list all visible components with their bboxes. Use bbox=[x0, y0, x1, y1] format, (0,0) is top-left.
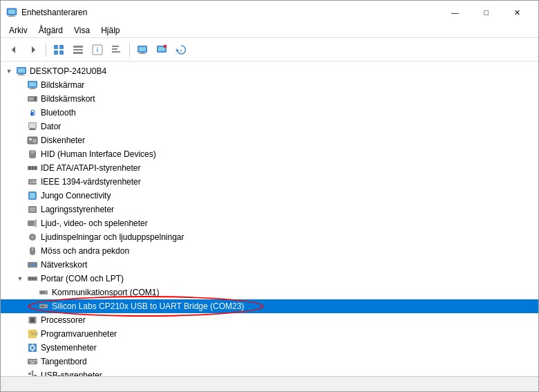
tree-item-5[interactable]: HID (Human Interface Devices) bbox=[1, 147, 538, 161]
label-19: USB-styrenheter bbox=[41, 368, 102, 376]
icon-3 bbox=[27, 121, 38, 132]
svg-rect-50 bbox=[35, 167, 36, 169]
icon-14 bbox=[27, 273, 38, 284]
svg-rect-26 bbox=[18, 68, 25, 73]
icon-7: 1394 bbox=[27, 176, 38, 187]
tree-subitem-14-0[interactable]: Kommunikationsport (COM1) bbox=[1, 286, 538, 299]
tree-subitem-14-1[interactable]: Silicon Labs CP210x USB to UART Bridge (… bbox=[1, 299, 538, 313]
minimize-button[interactable]: — bbox=[439, 5, 471, 20]
tree-item-15[interactable]: Processorer bbox=[1, 313, 538, 327]
label-17: Systemenheter bbox=[41, 341, 97, 355]
icon-18 bbox=[27, 356, 38, 367]
icon-15 bbox=[27, 315, 38, 326]
menu-arkiv[interactable]: Arkiv bbox=[3, 24, 33, 37]
tree-item-2[interactable]: ⬧B Bluetooth bbox=[1, 106, 538, 120]
label-18: Tangentbord bbox=[41, 355, 87, 368]
svg-text:i: i bbox=[97, 46, 99, 53]
svg-text:B: B bbox=[30, 109, 35, 117]
close-button[interactable]: ✕ bbox=[502, 5, 533, 20]
scan-changes-button[interactable] bbox=[172, 41, 190, 58]
svg-rect-67 bbox=[32, 263, 33, 266]
tree-item-19[interactable]: USB-styrenheter bbox=[1, 368, 538, 376]
icon-12 bbox=[27, 245, 38, 256]
svg-rect-1 bbox=[8, 10, 15, 14]
status-bar bbox=[1, 376, 538, 391]
forward-button[interactable] bbox=[24, 41, 42, 58]
icon-16: SW bbox=[27, 328, 38, 339]
expand-btn-14[interactable] bbox=[15, 273, 26, 284]
tree-item-10[interactable]: Ljud-, video- och spelenheter bbox=[1, 216, 538, 230]
menu-bar: Arkiv Åtgärd Visa Hjälp bbox=[1, 23, 538, 38]
tree-item-12[interactable]: Möss och andra pekdon bbox=[1, 244, 538, 258]
icon-9 bbox=[27, 204, 38, 215]
monitor-button[interactable] bbox=[133, 41, 151, 58]
device-tree[interactable]: DESKTOP-242U0B4 Bildskärmar Bildskärmsko… bbox=[1, 62, 538, 376]
tree-item-13[interactable]: Nätverkskort bbox=[1, 258, 538, 272]
svg-rect-5 bbox=[59, 45, 64, 49]
label-2: Bluetooth bbox=[41, 106, 76, 120]
svg-text:SW: SW bbox=[30, 331, 38, 336]
svg-rect-35 bbox=[35, 97, 36, 101]
svg-marker-24 bbox=[176, 48, 179, 51]
main-area: DESKTOP-242U0B4 Bildskärmar Bildskärmsko… bbox=[1, 62, 538, 376]
tree-item-0[interactable]: Bildskärmar bbox=[1, 78, 538, 92]
svg-rect-31 bbox=[30, 88, 35, 88]
label-11: Ljudinspelningar och ljuduppspelningar bbox=[41, 230, 185, 244]
icon-0 bbox=[27, 80, 38, 91]
tree-item-8[interactable]: Jungo Connectivity bbox=[1, 189, 538, 203]
svg-rect-77 bbox=[41, 306, 42, 307]
back-button[interactable] bbox=[5, 41, 23, 58]
toolbar-sep-1 bbox=[46, 43, 46, 57]
svg-rect-39 bbox=[29, 123, 36, 128]
tree-root[interactable]: DESKTOP-242U0B4 bbox=[1, 64, 538, 78]
label-9: Lagringsstyrenheter bbox=[41, 203, 114, 216]
label-14: Portar (COM och LPT) bbox=[41, 272, 124, 286]
icon-10 bbox=[27, 218, 38, 229]
svg-rect-78 bbox=[43, 306, 44, 307]
resources-button[interactable] bbox=[108, 41, 126, 58]
remove-device-button[interactable] bbox=[153, 41, 171, 58]
menu-hjalp[interactable]: Hjälp bbox=[95, 24, 125, 37]
svg-rect-97 bbox=[33, 360, 35, 362]
svg-text:1394: 1394 bbox=[30, 180, 38, 184]
view-type-button[interactable] bbox=[50, 41, 68, 58]
title-bar: Enhetshanteraren — □ ✕ bbox=[1, 1, 538, 23]
tree-item-18[interactable]: Tangentbord bbox=[1, 355, 538, 368]
svg-rect-30 bbox=[29, 82, 36, 86]
tree-item-3[interactable]: Dator bbox=[1, 120, 538, 133]
icon-5 bbox=[27, 149, 38, 160]
svg-rect-70 bbox=[29, 278, 31, 279]
svg-point-62 bbox=[31, 236, 34, 239]
tree-item-17[interactable]: Systemenheter bbox=[1, 341, 538, 355]
maximize-button[interactable]: □ bbox=[471, 5, 502, 20]
tree-item-7[interactable]: 1394 IEEE 1394-värdstyrenheter bbox=[1, 175, 538, 189]
label-13: Nätverkskort bbox=[41, 258, 87, 272]
tree-item-14[interactable]: Portar (COM och LPT) bbox=[1, 272, 538, 286]
tree-item-11[interactable]: Ljudinspelningar och ljuduppspelningar bbox=[1, 230, 538, 244]
svg-rect-95 bbox=[29, 360, 30, 362]
menu-atgard[interactable]: Åtgärd bbox=[33, 24, 68, 37]
svg-rect-49 bbox=[32, 167, 33, 169]
tree-item-6[interactable]: IDE ATA/ATAPI-styrenheter bbox=[1, 161, 538, 175]
svg-rect-93 bbox=[32, 351, 33, 352]
svg-rect-2 bbox=[10, 15, 14, 16]
svg-rect-4 bbox=[54, 45, 58, 49]
svg-rect-41 bbox=[29, 129, 36, 130]
svg-rect-74 bbox=[41, 292, 42, 293]
tree-item-1[interactable]: Bildskärmskort bbox=[1, 92, 538, 106]
tree-item-4[interactable]: Diskenheter bbox=[1, 133, 538, 147]
tree-item-9[interactable]: Lagringsstyrenheter bbox=[1, 203, 538, 216]
view-connection-button[interactable] bbox=[69, 41, 87, 58]
menu-visa[interactable]: Visa bbox=[68, 24, 95, 37]
svg-rect-13 bbox=[112, 46, 119, 47]
svg-rect-14 bbox=[112, 48, 117, 50]
svg-rect-102 bbox=[34, 375, 37, 376]
svg-rect-94 bbox=[28, 359, 37, 364]
svg-rect-27 bbox=[19, 74, 23, 75]
icon-11 bbox=[27, 232, 38, 243]
tree-item-16[interactable]: SW Programvaruenheter bbox=[1, 327, 538, 341]
label-8: Jungo Connectivity bbox=[41, 189, 111, 203]
expand-root[interactable] bbox=[3, 66, 15, 77]
properties-button[interactable]: i bbox=[88, 41, 106, 58]
svg-rect-9 bbox=[73, 49, 83, 50]
